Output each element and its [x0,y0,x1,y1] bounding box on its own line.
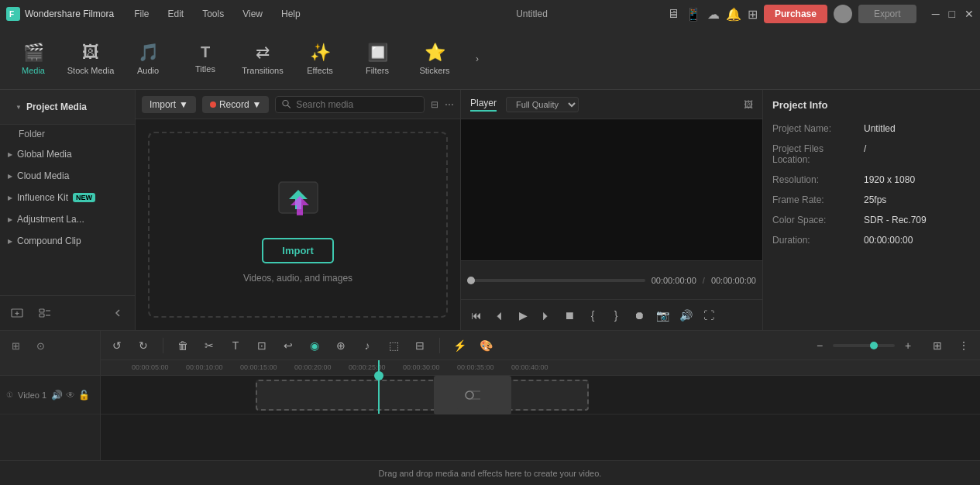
track-audio-icon[interactable]: 🔊 [51,390,63,401]
stop-button[interactable]: ⏹ [560,306,579,325]
info-value-duration: 00:00:00:00 [864,235,913,246]
toolbar-effects[interactable]: ✨ Effects [293,32,347,86]
transform-button[interactable]: ⊕ [331,335,351,356]
grid-icon[interactable]: ⊞ [748,7,758,22]
speed-button[interactable]: ⚡ [449,335,469,356]
info-row-resolution: Resolution: 1920 x 1080 [772,174,971,185]
redo-button[interactable]: ↻ [133,335,153,356]
menu-file[interactable]: File [126,5,156,22]
maximize-button[interactable]: □ [949,8,955,20]
audio-button[interactable]: 🔊 [676,306,695,325]
audio-track-button[interactable]: ♪ [357,335,377,356]
project-media-section[interactable]: ▼ Project Media [8,96,127,118]
compound-clip-label: Compound Clip [17,236,81,246]
import-main-button[interactable]: Import [262,238,333,263]
toolbar-stickers[interactable]: ⭐ Stickers [407,32,462,86]
keyframe-button[interactable]: ◉ [304,335,325,356]
search-input[interactable] [296,99,418,110]
add-folder-button[interactable] [6,302,28,324]
track-eye-icon[interactable]: 👁 [66,390,75,401]
toolbar-stock-media[interactable]: 🖼 Stock Media [64,32,118,86]
ruler-mark-0: 00:00:05:00 [132,363,169,371]
player-settings-icon[interactable]: 🖼 [744,99,753,110]
more-options-icon[interactable]: ⋯ [445,99,454,110]
timeline-toolbar: ↺ ↻ 🗑 ✂ T ⊡ ↩ ◉ ⊕ ♪ ⬚ ⊟ ⚡ 🎨 − + ⊞ ⋮ [101,331,980,360]
toolbar-titles[interactable]: T Titles [178,32,232,86]
sidebar-adjustment-layer[interactable]: ▶ Adjustment La... [0,208,135,230]
info-label-colorspace: Color Space: [772,215,858,225]
zoom-in-button[interactable]: + [898,335,918,356]
playhead-line [378,376,380,414]
fullscreen-button[interactable]: ⛶ [700,306,718,325]
playhead-handle[interactable] [374,371,383,380]
stock-media-label: Stock Media [67,66,115,75]
collapse-panel-button[interactable] [107,302,129,324]
export-button[interactable]: Export [858,5,916,23]
minimize-button[interactable]: ─ [932,8,940,20]
record-dropdown-button[interactable]: Record ▼ [202,96,270,113]
mark-out-button[interactable]: } [607,306,625,325]
rotate-button[interactable]: ↩ [278,335,298,356]
mark-in-button[interactable]: { [583,306,602,325]
menu-edit[interactable]: Edit [160,5,192,22]
sidebar-compound-clip[interactable]: ▶ Compound Clip [0,230,135,252]
toolbar-filters[interactable]: 🔲 Filters [350,32,404,86]
notification-icon[interactable]: 🔔 [726,7,741,22]
user-avatar[interactable] [834,5,852,23]
toolbar-more-button[interactable]: › [468,50,487,68]
ruler-mark-1: 00:00:10:00 [186,363,223,371]
grid-view-button[interactable]: ⊞ [927,335,947,356]
undo-button[interactable]: ↺ [107,335,127,356]
menu-tools[interactable]: Tools [194,5,232,22]
magnetic-button[interactable]: ⊙ [31,336,50,355]
close-button[interactable]: ✕ [965,8,974,20]
cloud-icon[interactable]: ☁ [707,7,720,22]
render-button[interactable]: ⏺ [630,306,648,325]
track-icons: 🔊 👁 🔓 [51,390,90,401]
color-grade-button[interactable]: 🎨 [476,335,496,356]
sidebar-cloud-media[interactable]: ▶ Cloud Media [0,165,135,187]
overlay-button[interactable]: ⊟ [410,335,430,356]
sidebar-global-media[interactable]: ▶ Global Media [0,143,135,165]
add-track-button[interactable]: ⊞ [6,336,25,355]
delete-button[interactable]: 🗑 [173,335,193,356]
skip-back-button[interactable]: ⏮ [467,306,486,325]
play-button[interactable]: ▶ [514,306,532,325]
progress-track[interactable] [467,279,645,282]
info-label-name: Project Name: [772,123,858,134]
track-lock-icon[interactable]: 🔓 [78,390,90,401]
phone-icon[interactable]: 📱 [686,7,701,22]
snapshot-button[interactable]: 📷 [653,306,672,325]
frame-forward-button[interactable]: ⏵ [537,306,555,325]
import-dropdown-button[interactable]: Import ▼ [142,96,196,113]
sidebar-folder[interactable]: Folder [0,125,135,143]
more-timeline-button[interactable]: ⋮ [954,335,974,356]
info-row-framerate: Frame Rate: 25fps [772,194,971,205]
adjustment-layer-arrow: ▶ [8,216,12,223]
toolbar-media[interactable]: 🎬 Media [6,32,60,86]
purchase-button[interactable]: Purchase [764,5,827,23]
filter-icon[interactable]: ⊟ [431,99,438,110]
quality-select[interactable]: Full Quality [506,97,579,112]
media-list-button[interactable] [34,302,56,324]
cut-button[interactable]: ✂ [199,335,219,356]
transitions-label: Transitions [242,66,283,75]
project-media-label: Project Media [26,101,87,112]
zoom-slider[interactable] [833,344,895,347]
text-button[interactable]: T [225,335,246,356]
zoom-out-button[interactable]: − [810,335,830,356]
info-value-resolution: 1920 x 1080 [864,174,915,185]
menu-view[interactable]: View [235,5,270,22]
crop-button[interactable]: ⊡ [252,335,272,356]
player-tab[interactable]: Player [470,98,497,112]
device-icon[interactable]: 🖥 [667,7,679,21]
sidebar-influence-kit[interactable]: ▶ Influence Kit NEW [0,187,135,208]
frame-back-button[interactable]: ⏴ [490,306,509,325]
toolbar-transitions[interactable]: ⇄ Transitions [236,32,290,86]
subtitle-button[interactable]: ⬚ [383,335,404,356]
toolbar-divider-2 [439,338,440,353]
playhead-clip[interactable] [434,376,511,414]
toolbar-audio[interactable]: 🎵 Audio [121,32,175,86]
svg-rect-5 [40,309,44,312]
menu-help[interactable]: Help [273,5,308,22]
